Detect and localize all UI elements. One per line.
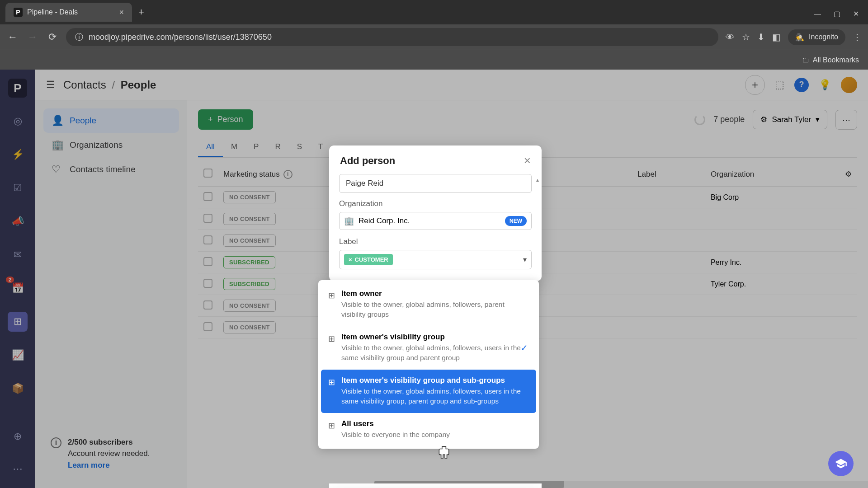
folder-icon: 🗀 — [802, 56, 809, 64]
reload-button[interactable]: ⟳ — [46, 31, 59, 43]
graduation-cap-icon — [835, 457, 847, 470]
browser-menu-icon[interactable]: ⋮ — [853, 32, 862, 42]
incognito-badge[interactable]: 🕵 Incognito — [788, 29, 845, 45]
eye-off-icon[interactable]: 👁 — [726, 32, 735, 42]
organization-value: Reid Corp. Inc. — [359, 216, 500, 225]
close-modal-icon[interactable]: × — [524, 154, 531, 168]
add-person-modal: Add person × ▴ Organization 🏢 Reid Corp.… — [329, 145, 542, 281]
organization-input[interactable]: 🏢 Reid Corp. Inc. NEW — [339, 212, 532, 230]
dd-option-visibility-group[interactable]: ⊞ Item owner's visibility group Visible … — [321, 326, 536, 370]
close-tab-icon[interactable]: × — [119, 8, 124, 17]
chip-remove-icon[interactable]: × — [349, 256, 352, 263]
tab-favicon-icon: P — [14, 8, 23, 17]
forward-button[interactable]: → — [26, 31, 39, 43]
float-help-button[interactable] — [828, 451, 854, 476]
incognito-label: Incognito — [809, 33, 838, 41]
modal-header: Add person × — [329, 145, 542, 174]
side-panel-icon[interactable]: ◧ — [772, 32, 781, 42]
bookmarks-bar: 🗀 All Bookmarks — [0, 50, 868, 70]
incognito-icon: 🕵 — [795, 33, 804, 42]
maximize-icon[interactable]: ▢ — [834, 9, 840, 18]
grid-icon: ⊞ — [328, 334, 335, 344]
back-button[interactable]: ← — [6, 31, 19, 43]
new-badge: NEW — [505, 216, 527, 226]
dd-title: Item owner — [341, 289, 529, 298]
browser-tab[interactable]: P Pipeline - Deals × — [5, 3, 132, 22]
url-text: moodjoy.pipedrive.com/persons/list/user/… — [89, 33, 272, 42]
name-input[interactable] — [339, 174, 532, 193]
all-bookmarks-button[interactable]: 🗀 All Bookmarks — [802, 56, 859, 64]
site-info-icon[interactable]: ⓘ — [75, 32, 83, 42]
browser-tab-bar: P Pipeline - Deals × + — ▢ ✕ — [0, 0, 868, 24]
dd-desc: Visible to the owner, global admins, fol… — [341, 343, 529, 363]
scroll-up-icon[interactable]: ▴ — [536, 177, 539, 183]
close-window-icon[interactable]: ✕ — [853, 9, 859, 18]
star-icon[interactable]: ☆ — [742, 32, 750, 42]
dd-desc: Visible to the owner, global admins, fol… — [341, 386, 529, 407]
modal-visibility-row: ⊞ Item owner's visibility group ▾ — [329, 483, 542, 488]
building-icon: 🏢 — [344, 216, 354, 226]
chevron-down-icon: ▾ — [523, 255, 527, 264]
visibility-dropdown: ⊞ Item owner Visible to the owner, globa… — [318, 280, 539, 449]
dd-title: Item owner's visibility group — [341, 333, 529, 342]
dd-option-all-users[interactable]: ⊞ All users Visible to everyone in the c… — [321, 413, 536, 446]
all-bookmarks-label: All Bookmarks — [813, 56, 859, 64]
organization-label: Organization — [339, 199, 532, 208]
new-tab-button[interactable]: + — [138, 6, 144, 18]
app-root: P ◎ ⚡ ☑ 📣 ✉ 2📅 ⊞ 📈 📦 ⊕ ⋯ ☰ Contacts / Pe… — [0, 70, 868, 488]
label-select[interactable]: × CUSTOMER ▾ — [339, 250, 532, 269]
check-icon: ✓ — [520, 343, 528, 353]
dd-option-sub-groups[interactable]: ⊞ Item owner's visibility group and sub-… — [321, 370, 536, 413]
grid-icon: ⊞ — [328, 421, 335, 431]
dd-option-item-owner[interactable]: ⊞ Item owner Visible to the owner, globa… — [321, 283, 536, 326]
label-field-label: Label — [339, 237, 532, 246]
dd-desc: Visible to the owner, global admins, fol… — [341, 300, 529, 320]
modal-body: ▴ Organization 🏢 Reid Corp. Inc. NEW Lab… — [329, 174, 542, 281]
window-controls: — ▢ ✕ — [814, 9, 863, 24]
minimize-icon[interactable]: — — [814, 10, 821, 18]
grid-icon: ⊞ — [328, 377, 335, 387]
chip-text: CUSTOMER — [355, 256, 388, 263]
tab-title: Pipeline - Deals — [27, 8, 78, 16]
grid-icon: ⊞ — [328, 291, 335, 300]
dd-title: Item owner's visibility group and sub-gr… — [341, 376, 529, 385]
address-bar: ← → ⟳ ⓘ moodjoy.pipedrive.com/persons/li… — [0, 24, 868, 50]
url-input[interactable]: ⓘ moodjoy.pipedrive.com/persons/list/use… — [66, 28, 718, 46]
customer-chip[interactable]: × CUSTOMER — [344, 254, 393, 265]
dd-desc: Visible to everyone in the company — [341, 430, 529, 440]
download-icon[interactable]: ⬇ — [757, 32, 765, 42]
dd-title: All users — [341, 419, 529, 428]
modal-title: Add person — [340, 155, 395, 167]
